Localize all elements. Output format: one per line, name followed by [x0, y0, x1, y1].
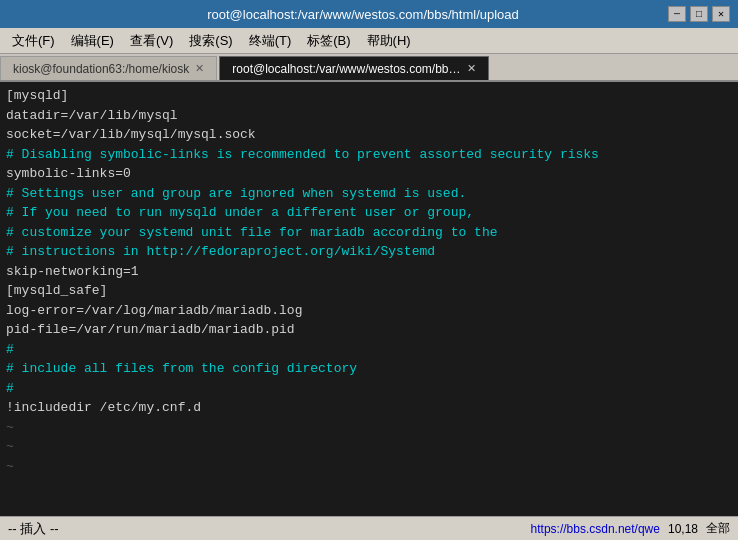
menu-view[interactable]: 查看(V): [122, 30, 181, 52]
editor-mode: -- 插入 --: [8, 520, 59, 538]
line-8: # customize your systemd unit file for m…: [6, 223, 732, 243]
line-19: ~: [6, 437, 732, 457]
tab-1-close[interactable]: ✕: [195, 62, 204, 75]
close-button[interactable]: ✕: [712, 6, 730, 22]
tab-1[interactable]: kiosk@foundation63:/home/kiosk ✕: [0, 56, 217, 80]
menu-bar: 文件(F) 编辑(E) 查看(V) 搜索(S) 终端(T) 标签(B) 帮助(H…: [0, 28, 738, 54]
line-3: socket=/var/lib/mysql/mysql.sock: [6, 125, 732, 145]
line-12: log-error=/var/log/mariadb/mariadb.log: [6, 301, 732, 321]
title-bar: root@localhost:/var/www/westos.com/bbs/h…: [0, 0, 738, 28]
line-14: #: [6, 340, 732, 360]
tab-2-label: root@localhost:/var/www/westos.com/bb…: [232, 62, 460, 76]
line-9: # instructions in http://fedoraproject.o…: [6, 242, 732, 262]
menu-terminal[interactable]: 终端(T): [241, 30, 300, 52]
menu-search[interactable]: 搜索(S): [181, 30, 240, 52]
line-2: datadir=/var/lib/mysql: [6, 106, 732, 126]
menu-edit[interactable]: 编辑(E): [63, 30, 122, 52]
line-5: symbolic-links=0: [6, 164, 732, 184]
line-1: [mysqld]: [6, 86, 732, 106]
line-18: ~: [6, 418, 732, 438]
status-right-group: https://bbs.csdn.net/qwe 10,18 全部: [531, 520, 730, 537]
window-controls: ─ □ ✕: [668, 6, 730, 22]
tabs-bar: kiosk@foundation63:/home/kiosk ✕ root@lo…: [0, 54, 738, 82]
line-7: # If you need to run mysqld under a diff…: [6, 203, 732, 223]
terminal-area[interactable]: [mysqld] datadir=/var/lib/mysql socket=/…: [0, 82, 738, 516]
menu-tabs[interactable]: 标签(B): [299, 30, 358, 52]
line-20: ~: [6, 457, 732, 477]
line-15: # include all files from the config dire…: [6, 359, 732, 379]
line-11: [mysqld_safe]: [6, 281, 732, 301]
line-16: #: [6, 379, 732, 399]
scroll-position: 全部: [706, 520, 730, 537]
line-4: # Disabling symbolic-links is recommende…: [6, 145, 732, 165]
line-17: !includedir /etc/my.cnf.d: [6, 398, 732, 418]
line-13: pid-file=/var/run/mariadb/mariadb.pid: [6, 320, 732, 340]
menu-help[interactable]: 帮助(H): [359, 30, 419, 52]
status-url: https://bbs.csdn.net/qwe: [531, 522, 660, 536]
minimize-button[interactable]: ─: [668, 6, 686, 22]
tab-2-close[interactable]: ✕: [467, 62, 476, 75]
menu-file[interactable]: 文件(F): [4, 30, 63, 52]
maximize-button[interactable]: □: [690, 6, 708, 22]
cursor-position: 10,18: [668, 522, 698, 536]
tab-1-label: kiosk@foundation63:/home/kiosk: [13, 62, 189, 76]
status-bar: -- 插入 -- https://bbs.csdn.net/qwe 10,18 …: [0, 516, 738, 540]
line-6: # Settings user and group are ignored wh…: [6, 184, 732, 204]
window-title: root@localhost:/var/www/westos.com/bbs/h…: [58, 7, 668, 22]
line-10: skip-networking=1​: [6, 262, 732, 282]
tab-2[interactable]: root@localhost:/var/www/westos.com/bb… ✕: [219, 56, 488, 80]
